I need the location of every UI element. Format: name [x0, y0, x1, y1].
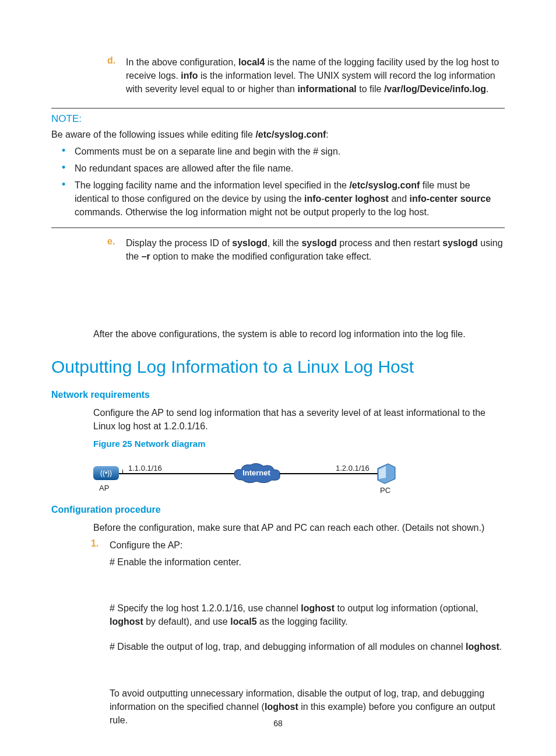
link-line-right [280, 473, 378, 474]
internet-cloud-icon: Internet [231, 463, 282, 485]
bullet-icon: • [62, 145, 75, 158]
bold: info [304, 194, 321, 204]
cloud-label: Internet [231, 468, 282, 477]
ap-glyph: ((•)) [100, 469, 112, 477]
note-bullet-2: • No redundant spaces are allowed after … [62, 162, 505, 175]
bold: loghost [301, 603, 335, 613]
bold: local5 [230, 617, 256, 626]
list-marker-d: d. [107, 55, 126, 96]
bold: loghost [265, 702, 298, 712]
text: # Disable the output of log, trap, and d… [110, 642, 466, 652]
text: . [499, 642, 502, 652]
bullet-body: The logging facility name and the inform… [75, 178, 505, 219]
text: . [486, 84, 488, 94]
note-box: NOTE: Be aware of the following issues w… [51, 108, 505, 228]
figure-caption: Figure 25 Network diagram [93, 439, 505, 449]
list-item-d: d. In the above configuration, local4 is… [107, 55, 505, 96]
section-heading: Outputting Log Information to a Linux Lo… [51, 357, 505, 377]
netreq-paragraph: Configure the AP to send log information… [93, 406, 505, 433]
list-body-e: Display the process ID of syslogd, kill … [126, 236, 505, 263]
subheading-configuration-procedure: Configuration procedure [51, 505, 505, 515]
bullet-icon: • [62, 162, 75, 174]
page-number: 68 [0, 719, 556, 728]
pc-label: PC [380, 486, 390, 495]
text: : [326, 130, 328, 139]
text: The logging facility name and the inform… [75, 180, 349, 190]
bold: info-center source [410, 194, 491, 204]
bold: loghost [466, 642, 499, 652]
step-1b: # Specify the log host 1.2.0.1/16, use c… [110, 601, 505, 628]
text: No redundant spaces are allowed after th… [75, 162, 293, 175]
step-1-label: Configure the AP: [110, 538, 182, 552]
step-1-marker: 1. [91, 538, 110, 552]
step-1c: # Disable the output of log, trap, and d… [110, 640, 505, 653]
bold: /var/log/Device/info.log [384, 84, 486, 94]
text: In the above configuration, [126, 57, 238, 67]
step-1a: # Enable the information center. [110, 555, 505, 569]
bold: syslogd [301, 238, 336, 248]
text: option to make the modified configuratio… [150, 251, 372, 261]
text: Be aware of the following issues while e… [51, 130, 255, 139]
text: Display the process ID of [126, 238, 232, 248]
text: and [389, 194, 410, 204]
network-diagram: ((•)) 1.1.0.1/16 AP Internet 1.2.0.1/16 … [93, 453, 396, 495]
note-bullets: • Comments must be on a separate line an… [51, 145, 505, 219]
pc-ip-label: 1.2.0.1/16 [335, 464, 371, 473]
list-item-e: e. Display the process ID of syslogd, ki… [107, 236, 505, 263]
subheading-network-requirements: Network requirements [51, 390, 505, 400]
text: to file [357, 84, 384, 94]
list-body-d: In the above configuration, local4 is th… [126, 55, 505, 96]
text: commands. Otherwise the log information … [75, 207, 429, 217]
page: d. In the above configuration, local4 is… [0, 0, 556, 727]
pc-icon [375, 461, 396, 485]
text: , kill the [268, 238, 302, 248]
bold: informational [297, 84, 356, 94]
confproc-intro: Before the configuration, make sure that… [93, 521, 505, 534]
text: to output log information (optional, [335, 603, 478, 613]
note-intro: Be aware of the following issues while e… [51, 130, 505, 140]
note-title: NOTE: [51, 113, 505, 125]
bold: syslogd [442, 238, 477, 248]
text: # Specify the log host 1.2.0.1/16, use c… [110, 603, 301, 613]
text: by default), and use [143, 617, 230, 626]
text: as the logging facility. [257, 617, 348, 626]
after-paragraph: After the above configurations, the syst… [93, 327, 505, 341]
bold: loghost [110, 617, 143, 626]
step-1: 1. Configure the AP: [91, 538, 505, 552]
text: Comments must be on a separate line and … [75, 145, 340, 158]
link-line-left [119, 473, 239, 474]
list-marker-e: e. [107, 236, 126, 263]
bold: /etc/syslog.conf [255, 130, 326, 139]
text: process and then restart [337, 238, 442, 248]
ap-ip-label: 1.1.0.1/16 [127, 464, 163, 473]
step-1-body: # Enable the information center. # Speci… [110, 555, 505, 727]
bullet-icon: • [62, 178, 75, 191]
bold: syslogd [232, 238, 267, 248]
bold: local4 [238, 57, 265, 67]
bold: –r [142, 251, 150, 261]
note-bullet-1: • Comments must be on a separate line an… [62, 145, 505, 158]
note-bullet-3: • The logging facility name and the info… [62, 178, 505, 219]
ap-icon: ((•)) [93, 466, 119, 480]
bold: info [181, 71, 198, 80]
bold: /etc/syslog.conf [349, 180, 420, 190]
ap-label: AP [99, 484, 109, 492]
bold: center loghost [325, 194, 389, 204]
